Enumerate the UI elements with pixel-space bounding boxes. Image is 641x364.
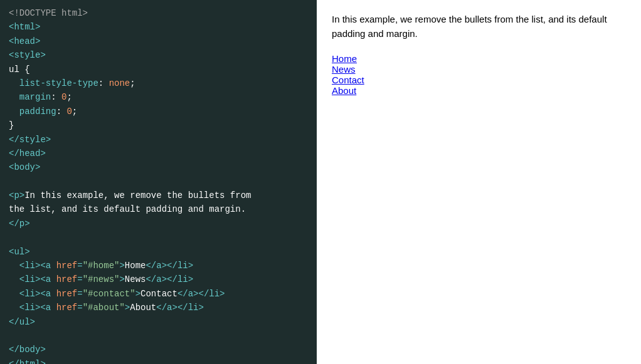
code-line-11: </head> (9, 147, 308, 160)
preview-nav-list: Home News Contact About (332, 53, 626, 96)
code-line-24 (9, 329, 308, 343)
code-line-7: margin: 0; (9, 90, 308, 104)
code-line-21: <li><a href="#contact">Contact</a></li> (9, 287, 308, 301)
code-line-16: </p> (9, 217, 308, 231)
code-line-22: <li><a href="#about">About</a></li> (9, 301, 308, 315)
code-line-10: </style> (9, 133, 308, 147)
preview-panel: In this example, we remove the bullets f… (317, 0, 641, 364)
code-line-8: padding: 0; (9, 105, 308, 118)
list-item-news: News (332, 64, 626, 75)
nav-link-about[interactable]: About (332, 85, 356, 96)
code-line-14: <p>In this example, we remove the bullet… (9, 189, 308, 202)
code-line-4: <style> (9, 48, 308, 62)
code-line-18: <ul> (9, 245, 308, 259)
code-line-6: list-style-type: none; (9, 76, 308, 90)
code-line-19: <li><a href="#home">Home</a></li> (9, 259, 308, 273)
list-item-contact: Contact (332, 75, 626, 85)
nav-link-home[interactable]: Home (332, 53, 357, 64)
code-panel: <!DOCTYPE html> <html> <head> <style> ul… (0, 0, 317, 364)
code-line-26: </html> (9, 357, 308, 364)
nav-link-news[interactable]: News (332, 64, 356, 75)
code-line-20: <li><a href="#news">News</a></li> (9, 273, 308, 286)
code-line-15: the list, and its default padding and ma… (9, 202, 308, 216)
list-item-about: About (332, 85, 626, 96)
code-line-23: </ul> (9, 315, 308, 329)
code-line-9: } (9, 118, 308, 132)
code-line-3: <head> (9, 34, 308, 48)
code-line-13 (9, 175, 308, 189)
list-item-home: Home (332, 53, 626, 64)
code-line-25: </body> (9, 343, 308, 356)
code-line-1: <!DOCTYPE html> (9, 6, 308, 20)
preview-description: In this example, we remove the bullets f… (332, 13, 626, 41)
code-line-17 (9, 231, 308, 244)
code-line-12: <body> (9, 160, 308, 174)
code-line-5: ul { (9, 63, 308, 76)
code-line-2: <html> (9, 20, 308, 34)
nav-link-contact[interactable]: Contact (332, 75, 364, 85)
